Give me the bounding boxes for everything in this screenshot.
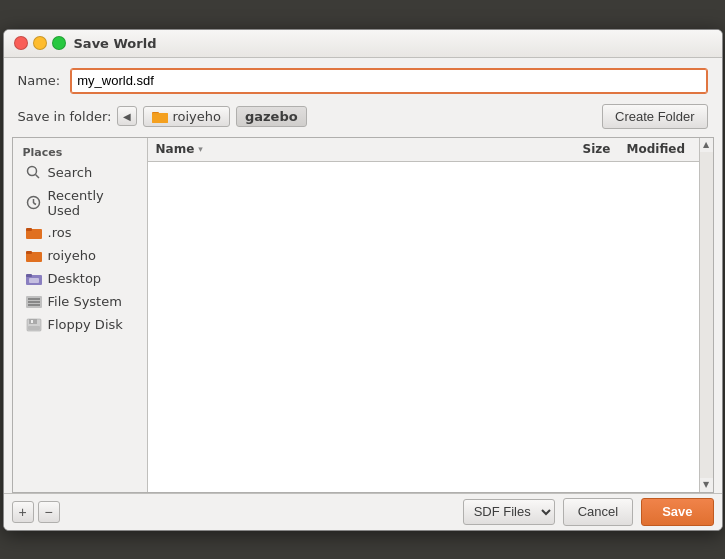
create-folder-button[interactable]: Create Folder: [602, 104, 707, 129]
window-controls: [14, 36, 66, 50]
svg-line-7: [34, 203, 37, 205]
file-filter-select[interactable]: SDF Files All Files: [463, 499, 555, 525]
sidebar-item-floppy[interactable]: Floppy Disk: [16, 314, 144, 336]
breadcrumb-gazebo-label: gazebo: [245, 109, 298, 124]
filename-input[interactable]: [70, 68, 707, 94]
svg-rect-16: [28, 298, 40, 300]
scroll-up-button[interactable]: ▲: [699, 138, 713, 152]
clock-icon: [26, 195, 42, 211]
folder-filesystem-icon: [26, 294, 42, 310]
sidebar-item-recently-used[interactable]: Recently Used: [16, 185, 144, 221]
breadcrumb-roiyeho[interactable]: roiyeho: [143, 106, 230, 127]
folder-icon: [152, 110, 168, 123]
main-area: Places Search: [12, 137, 714, 493]
scrollbar[interactable]: ▲ ▼: [699, 138, 713, 492]
sidebar-header: Places: [13, 142, 147, 161]
remove-bookmark-button[interactable]: −: [38, 501, 60, 523]
sidebar-item-search-label: Search: [48, 165, 93, 180]
bottom-bar: + − SDF Files All Files Cancel Save: [4, 493, 722, 530]
name-row: Name:: [4, 58, 722, 100]
titlebar: Save World: [4, 30, 722, 58]
svg-rect-21: [31, 320, 33, 323]
window-title: Save World: [74, 36, 157, 51]
close-button[interactable]: [14, 36, 28, 50]
folder-roiyeho-icon: [26, 248, 42, 264]
svg-rect-13: [26, 274, 32, 277]
svg-rect-17: [28, 301, 40, 303]
svg-line-4: [36, 175, 40, 179]
svg-point-3: [28, 167, 37, 176]
sidebar-item-ros[interactable]: .ros: [16, 222, 144, 244]
sidebar-item-ros-label: .ros: [48, 225, 72, 240]
minimize-button[interactable]: [33, 36, 47, 50]
column-size[interactable]: Size: [559, 139, 619, 159]
svg-rect-22: [28, 326, 40, 330]
sidebar-item-search[interactable]: Search: [16, 162, 144, 184]
sidebar-item-filesystem[interactable]: File System: [16, 291, 144, 313]
sidebar-item-desktop[interactable]: Desktop: [16, 268, 144, 290]
sidebar-item-recently-used-label: Recently Used: [48, 188, 134, 218]
sidebar-item-filesystem-label: File System: [48, 294, 122, 309]
save-button[interactable]: Save: [641, 498, 713, 526]
sidebar-item-roiyeho-label: roiyeho: [48, 248, 97, 263]
scroll-track[interactable]: [700, 152, 713, 478]
folder-ros-icon: [26, 225, 42, 241]
scroll-down-button[interactable]: ▼: [699, 478, 713, 492]
svg-rect-14: [29, 278, 39, 283]
maximize-button[interactable]: [52, 36, 66, 50]
sort-arrow: ▾: [198, 144, 203, 154]
breadcrumb-gazebo[interactable]: gazebo: [236, 106, 307, 127]
search-icon: [26, 165, 42, 181]
bottom-right: SDF Files All Files Cancel Save: [463, 498, 714, 526]
cancel-button[interactable]: Cancel: [563, 498, 633, 526]
sidebar-item-floppy-label: Floppy Disk: [48, 317, 123, 332]
folder-back-button[interactable]: ◀: [117, 106, 137, 126]
sidebar-item-desktop-label: Desktop: [48, 271, 102, 286]
sidebar: Places Search: [13, 138, 148, 492]
name-label: Name:: [18, 73, 61, 88]
folder-label: Save in folder:: [18, 109, 112, 124]
column-name[interactable]: Name ▾: [148, 139, 559, 159]
svg-rect-9: [26, 228, 32, 231]
breadcrumb-roiyeho-label: roiyeho: [172, 109, 221, 124]
add-bookmark-button[interactable]: +: [12, 501, 34, 523]
column-modified[interactable]: Modified: [619, 139, 699, 159]
file-list-header: Name ▾ Size Modified: [148, 138, 699, 162]
save-world-dialog: Save World Name: Save in folder: ◀ roiye…: [3, 29, 723, 531]
file-list-content[interactable]: [148, 162, 699, 492]
svg-rect-2: [152, 113, 168, 123]
sidebar-item-roiyeho[interactable]: roiyeho: [16, 245, 144, 267]
folder-desktop-icon: [26, 271, 42, 287]
folder-floppy-icon: [26, 317, 42, 333]
svg-rect-18: [28, 304, 40, 306]
svg-rect-11: [26, 251, 32, 254]
folder-row: Save in folder: ◀ roiyeho gazebo Create …: [4, 100, 722, 137]
file-list-area: Name ▾ Size Modified: [148, 138, 699, 492]
